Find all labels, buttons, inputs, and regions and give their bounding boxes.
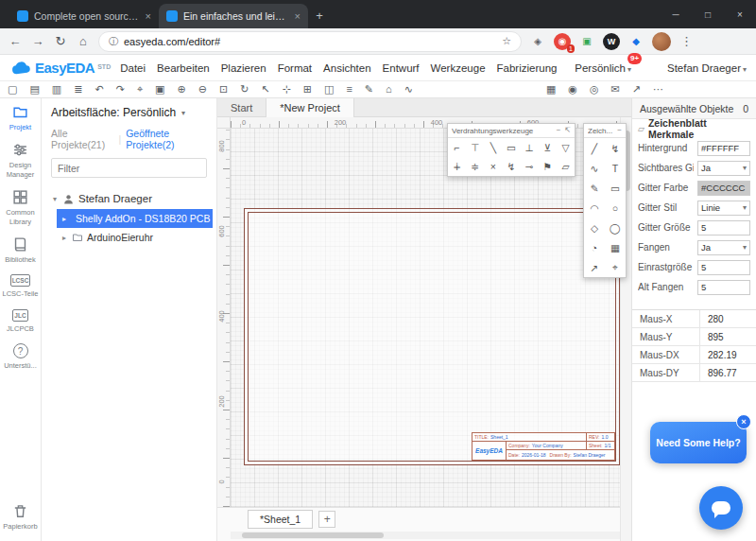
sidebar-item-common-library[interactable]: Common Library <box>0 183 41 231</box>
chevron-right-icon[interactable]: ▸ <box>60 234 68 242</box>
open-project-icon[interactable]: ▤ <box>29 84 39 95</box>
reload-icon[interactable]: ↻ <box>53 34 68 48</box>
sidebar-item-bibliothek[interactable]: Bibliothek <box>0 231 41 269</box>
chevron-right-icon[interactable]: ▸ <box>60 215 68 223</box>
zoom-in-icon[interactable]: ⊕ <box>177 84 185 95</box>
pan-icon[interactable]: ⊹ <box>283 84 291 95</box>
annotate-icon[interactable]: ✎ <box>365 84 373 95</box>
sidebar-item-projekt[interactable]: Projekt <box>0 98 41 136</box>
gnd-flag-icon[interactable]: ⊻ <box>539 138 557 157</box>
group-icon[interactable]: ▱ <box>557 157 575 176</box>
message-icon[interactable]: ✉ <box>611 84 620 95</box>
tree-root-user[interactable]: ▾ Stefan Draeger <box>51 189 207 208</box>
user-avatar-wrap[interactable]: 9+ <box>640 59 659 78</box>
address-bar[interactable]: ⓘ easyeda.com/editor# ☆ <box>98 31 522 52</box>
browser-tab-inactive[interactable]: Complete open source - EasyE × <box>9 4 159 28</box>
grid-icon[interactable]: ⊞ <box>303 84 312 95</box>
extension-icon-1[interactable]: ◈ <box>529 33 546 50</box>
net-flag-icon[interactable]: ⚑ <box>539 157 557 176</box>
sidebar-item-trash[interactable]: Papierkorb <box>0 497 41 535</box>
menu-datei[interactable]: Datei <box>120 62 146 74</box>
ground-icon[interactable]: ⊥ <box>521 138 539 157</box>
grid-style-select[interactable]: Linie▾ <box>697 201 750 216</box>
redo-icon[interactable]: ↷ <box>116 84 125 95</box>
filter-input[interactable] <box>51 158 207 178</box>
vcc-flag-icon[interactable]: ∔ <box>448 157 466 176</box>
tab-close-icon[interactable]: × <box>146 10 151 22</box>
polygon-icon[interactable]: ◇ <box>584 218 605 237</box>
extension-icon-2[interactable]: ◉1 <box>554 33 571 50</box>
panel-header[interactable]: Zeich... − <box>584 124 626 138</box>
workspace-selector[interactable]: Persönlich▾ <box>575 62 631 74</box>
netlist-icon[interactable]: ∿ <box>404 84 413 95</box>
sheet-tab[interactable]: *Sheet_1 <box>248 510 313 529</box>
window-close-button[interactable]: × <box>724 0 756 28</box>
arc-icon[interactable]: ◠ <box>584 198 605 218</box>
extension-icon-4[interactable]: W <box>603 33 620 50</box>
line-icon[interactable]: ╱ <box>584 138 605 158</box>
schematic-canvas[interactable]: TITLE:Sheet_1 REV:1.0 EasyEDA Company:Yo… <box>231 129 620 507</box>
zoom-fit-icon[interactable]: ⊡ <box>219 84 228 95</box>
menu-fabrizierung[interactable]: Fabrizierung <box>497 62 558 74</box>
tab-all-projects[interactable]: Alle Projekte(21) <box>51 128 113 150</box>
horizontal-scrollbar[interactable] <box>231 532 620 539</box>
protective-ground-icon[interactable]: ≑ <box>466 157 484 176</box>
close-icon[interactable]: × <box>736 414 751 429</box>
minimize-icon[interactable]: − <box>617 127 622 134</box>
rect-icon[interactable]: ▭ <box>605 178 626 198</box>
new-sheet-icon[interactable]: ▢ <box>8 84 17 95</box>
pie-icon[interactable]: ◔ <box>584 237 605 257</box>
visible-grid-select[interactable]: Ja▾ <box>697 161 750 176</box>
background-input[interactable] <box>697 141 750 156</box>
grid-size-input[interactable] <box>697 220 750 236</box>
preview-icon[interactable]: ◎ <box>590 84 599 95</box>
net-port-icon[interactable]: ▽ <box>557 138 575 157</box>
bus-entry-icon[interactable]: ╲ <box>484 138 502 157</box>
extension-icon-3[interactable]: ▣ <box>578 33 595 50</box>
voltage-probe-icon[interactable]: ↯ <box>502 157 520 176</box>
workspace-selector-row[interactable]: Arbeitsfläche: Persönlich ▾ <box>51 106 207 119</box>
alt-snap-input[interactable] <box>697 280 750 295</box>
save-icon[interactable]: ▥ <box>52 84 61 95</box>
forward-icon[interactable]: → <box>30 34 45 48</box>
origin-icon[interactable]: ⌖ <box>605 257 626 277</box>
bezier-icon[interactable]: ∿ <box>584 158 605 178</box>
menu-bearbeiten[interactable]: Bearbeiten <box>157 62 210 74</box>
scrollbar-thumb[interactable] <box>242 532 384 538</box>
list-icon[interactable]: ≣ <box>74 84 82 95</box>
menu-entwurf[interactable]: Entwurf <box>383 62 420 74</box>
chevron-down-icon[interactable]: ▾ <box>51 195 59 203</box>
home-icon[interactable]: ⌂ <box>76 34 91 48</box>
symbol-wizard-icon[interactable]: ⌂ <box>386 84 392 95</box>
browser-profile-avatar[interactable] <box>652 32 671 51</box>
site-info-icon[interactable]: ⓘ <box>109 35 118 48</box>
net-label-icon[interactable]: ▭ <box>502 138 520 157</box>
tab-open-projects[interactable]: Geöffnete Projekte(2) <box>126 128 207 150</box>
pencil-icon[interactable]: ✎ <box>584 178 605 198</box>
snapshot-icon[interactable]: ▣ <box>155 84 164 95</box>
sidebar-item-lcsc[interactable]: LCSC LCSC-Teile <box>0 269 41 303</box>
menu-format[interactable]: Format <box>278 62 312 74</box>
window-maximize-button[interactable]: □ <box>692 0 724 28</box>
ellipse-icon[interactable]: ◯ <box>605 218 626 237</box>
menu-ansichten[interactable]: Ansichten <box>323 62 371 74</box>
snap-size-input[interactable] <box>697 260 750 275</box>
bookmark-star-icon[interactable]: ☆ <box>502 35 511 47</box>
more-icon[interactable]: ⋯ <box>653 84 663 95</box>
sidebar-item-design-manager[interactable]: Design Manager <box>0 136 41 183</box>
browser-tab-active[interactable]: Ein einfaches und leistungsstark × <box>159 4 308 28</box>
new-tab-button[interactable]: + <box>308 4 331 26</box>
layers-icon[interactable]: ≡ <box>346 84 352 95</box>
sidebar-item-jlcpcb[interactable]: JLC JLCPCB <box>0 304 41 338</box>
refresh-icon[interactable]: ↻ <box>240 84 249 95</box>
snap-select[interactable]: Ja▾ <box>697 240 750 255</box>
window-minimize-button[interactable]: ─ <box>660 0 692 28</box>
panel-header[interactable]: Verdrahtungswerkzeuge − ↸ <box>448 124 575 138</box>
browser-menu-icon[interactable]: ⋮ <box>680 34 693 48</box>
pointer-icon[interactable]: ↖ <box>261 84 269 95</box>
tab-close-icon[interactable]: × <box>295 10 301 22</box>
menu-plazieren[interactable]: Plazieren <box>221 62 266 74</box>
minimize-icon[interactable]: − <box>557 127 561 134</box>
circle-icon[interactable]: ○ <box>605 198 626 218</box>
bom-icon[interactable]: ▦ <box>546 84 556 95</box>
